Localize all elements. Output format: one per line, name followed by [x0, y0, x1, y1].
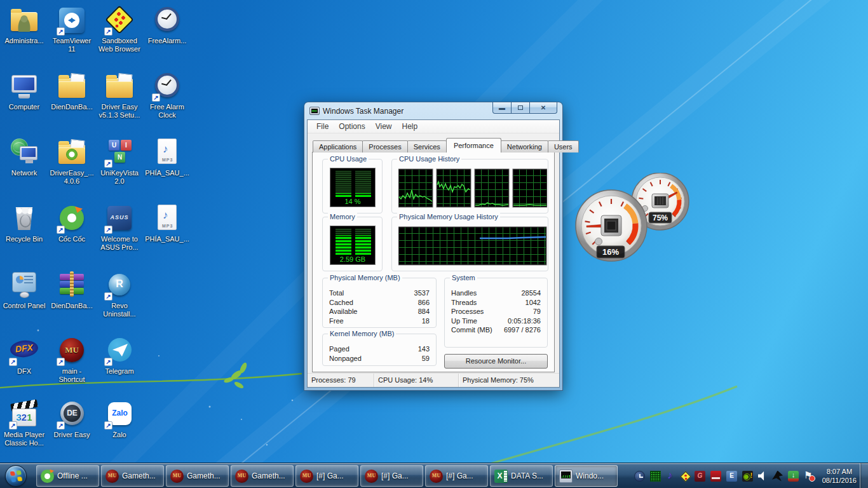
shortcut-arrow-icon [104, 27, 112, 36]
action-center-flag-icon[interactable] [804, 471, 815, 482]
desktop-icon-zalo[interactable]: Zalo [96, 399, 143, 439]
desktop-icon-telegram[interactable]: Telegram [96, 336, 143, 376]
taskbar-button-task-manager[interactable]: Windo... [555, 465, 618, 487]
taskbar-button-mu-5[interactable]: [#] Ga... [360, 465, 423, 487]
desktop-icon-media-player-classic[interactable]: Media Player Classic Ho... [1, 399, 48, 447]
menu-file[interactable]: File [311, 122, 334, 131]
shortcut-arrow-icon [104, 358, 112, 366]
desktop-icon-network[interactable]: Network [1, 137, 48, 177]
desktop-icon-unikey[interactable]: UniKeyVista 2.0 [96, 137, 143, 186]
desktop-icon-coccoc[interactable]: Cốc Cốc [48, 203, 95, 243]
desktop-icon-label: Sandboxed Web Browser [96, 37, 143, 53]
menu-options[interactable]: Options [334, 122, 370, 131]
desktop-icon-revo-uninstaller[interactable]: Revo Uninstall... [96, 270, 143, 318]
taskbar-button-excel[interactable]: DATA S... [490, 465, 553, 487]
sandboxie-tray-icon[interactable] [681, 471, 691, 482]
menu-view[interactable]: View [370, 122, 397, 131]
mu-online-icon [365, 470, 378, 483]
menu-bar: File Options View Help [308, 120, 559, 133]
cpu-usage-groupbox: CPU Usage 14 % [322, 159, 383, 214]
groupbox-title: CPU Usage History [397, 155, 461, 163]
desktop-icon-control-panel[interactable]: Control Panel [1, 270, 48, 310]
telegram-icon [104, 336, 135, 366]
desktop-icon-administrator-folder[interactable]: Administra... [1, 5, 48, 45]
taskbar-button-mu-4[interactable]: [#] Ga... [295, 465, 358, 487]
desktop-icon-mu-main-shortcut[interactable]: main - Shortcut [48, 336, 95, 384]
taskbar-button-mu-3[interactable]: Gameth... [231, 465, 294, 487]
stat-row: Available884 [329, 307, 430, 316]
stat-label: Threads [451, 298, 477, 308]
taskbar-button-mu-1[interactable]: Gameth... [101, 465, 164, 487]
shortcut-arrow-icon [57, 226, 65, 234]
audio-enhancer-tray-icon[interactable] [666, 471, 677, 482]
desktop-icon-drivereasy-folder[interactable]: DriverEasy_... 4.0.6 [48, 137, 95, 186]
tab-services[interactable]: Services [407, 140, 447, 152]
sandboxie-icon [104, 5, 135, 36]
unikey-icon [104, 137, 135, 168]
desktop-icon-diendanba-folder[interactable]: DienDanBa... [48, 71, 95, 111]
groupbox-title: Physical Memory Usage History [397, 213, 500, 220]
mu-online-icon [56, 336, 88, 366]
recycle-bin-icon [8, 203, 40, 234]
alarm-clock-tray-icon[interactable] [634, 471, 645, 482]
title-bar[interactable]: Windows Task Manager ▬ ✕ [304, 102, 562, 119]
cpu-gauge: 16% [576, 190, 647, 261]
mu-online-icon [430, 470, 443, 483]
window-client-area: File Options View Help Applications Proc… [307, 119, 560, 388]
desktop-icon-label: Driver Easy v5.1.3 Setu... [96, 103, 143, 119]
idm-tray-icon[interactable] [788, 471, 799, 482]
gpu-utility-tray-icon[interactable] [710, 471, 721, 482]
desktop-icon-driver-easy[interactable]: Driver Easy [48, 399, 95, 439]
cpu-meter-gadget[interactable]: 75% 16% [574, 173, 707, 268]
volume-tray-icon[interactable] [758, 471, 767, 482]
desktop-icon-teamviewer[interactable]: TeamViewer 11 [48, 5, 95, 53]
shortcut-arrow-icon [152, 93, 160, 102]
desktop-icon-sandboxed-web-browser[interactable]: Sandboxed Web Browser [96, 5, 143, 53]
desktop-icon-label: TeamViewer 11 [48, 37, 95, 53]
taskbar-button-mu-2[interactable]: Gameth... [166, 465, 229, 487]
clock-time: 8:07 AM [822, 467, 857, 476]
folder-documents-icon [104, 71, 135, 102]
e-launcher-tray-icon[interactable] [726, 471, 737, 482]
taskbar-button-coccoc[interactable]: Offline ... [36, 465, 99, 487]
stat-label: Processes [451, 307, 484, 316]
desktop-icon-diendanba-archive[interactable]: DienDanBa... [48, 270, 95, 310]
desktop-icon-recycle-bin[interactable]: Recycle Bin [1, 203, 48, 243]
tab-performance[interactable]: Performance [446, 138, 501, 152]
menu-help[interactable]: Help [397, 122, 423, 131]
excel-icon [494, 470, 508, 483]
start-button[interactable] [5, 465, 27, 487]
desktop-icon-phia-sau-mp3[interactable]: PHÍA_SAU_... [144, 137, 191, 177]
tab-networking[interactable]: Networking [501, 140, 548, 152]
gameguard-tray-icon[interactable] [695, 471, 705, 482]
close-button[interactable]: ✕ [529, 102, 557, 114]
desktop-icon-free-alarm-clock[interactable]: Free Alarm Clock [144, 71, 191, 119]
desktop-icon-label: Computer [1, 103, 48, 111]
desktop-icon-asus-welcome[interactable]: Welcome to ASUS Pro... [96, 203, 143, 252]
tab-processes[interactable]: Processes [362, 140, 407, 152]
desktop-icon-phia-sau-mp3-2[interactable]: PHÍA_SAU_... [144, 203, 191, 243]
tab-users[interactable]: Users [548, 140, 579, 152]
ahnlab-tray-icon[interactable] [772, 471, 783, 482]
minimize-button[interactable]: ▬ [492, 102, 512, 114]
taskbar-button-mu-6[interactable]: [#] Ga... [425, 465, 488, 487]
shortcut-arrow-icon [104, 421, 112, 430]
stat-row: Commit (MB)6997 / 8276 [451, 325, 541, 335]
desktop-icon-dfx[interactable]: DFX [1, 336, 48, 376]
tab-applications[interactable]: Applications [313, 140, 363, 152]
maximize-button[interactable] [511, 102, 530, 114]
desktop-icon-driver-easy-setup[interactable]: Driver Easy v5.1.3 Setu... [96, 71, 143, 119]
show-desktop-button[interactable] [860, 463, 868, 488]
memory-history-groupbox: Physical Memory Usage History [391, 217, 548, 271]
nvidia-tray-icon[interactable] [742, 471, 753, 482]
desktop-icon-computer[interactable]: Computer [1, 71, 48, 111]
status-bar: Processes: 79 CPU Usage: 14% Physical Me… [308, 373, 559, 387]
taskbar-clock[interactable]: 8:07 AM 08/11/2016 [822, 463, 857, 488]
task-manager-meter-tray-icon[interactable] [650, 471, 661, 482]
ram-usage-value: 75% [653, 214, 668, 222]
resource-monitor-button[interactable]: Resource Monitor... [444, 354, 548, 369]
cpu-usage-meter-value: 14 % [330, 198, 375, 205]
desktop-icon-freealarm[interactable]: FreeAlarm... [144, 5, 191, 45]
desktop-icon-label: Recycle Bin [1, 235, 48, 243]
mu-online-icon [170, 470, 184, 483]
